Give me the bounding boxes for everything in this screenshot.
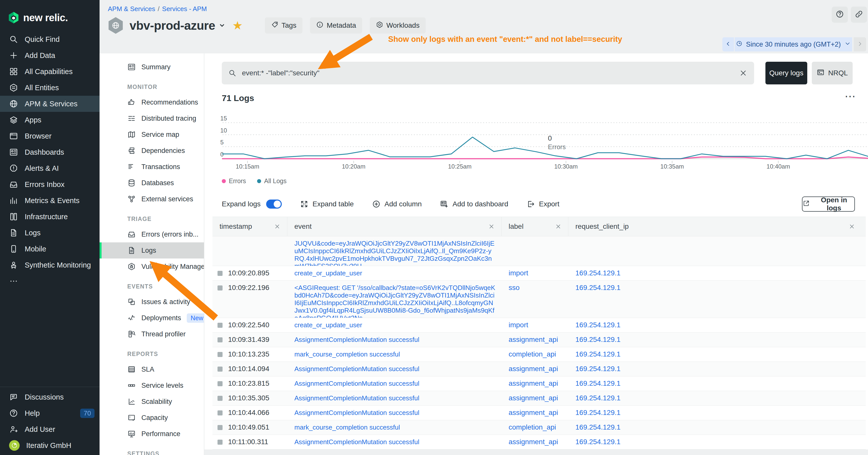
column-header-event[interactable]: event: [287, 217, 501, 236]
subnav-item-scalability[interactable]: Scalability: [99, 393, 204, 410]
event-link[interactable]: AssignmentCompletionMutation successful: [294, 438, 420, 446]
label-link[interactable]: assignment_api: [508, 438, 558, 446]
ip-link[interactable]: 169.254.129.1: [576, 423, 620, 431]
ip-link[interactable]: 169.254.129.1: [576, 321, 620, 329]
event-link[interactable]: AssignmentCompletionMutation successful: [294, 394, 420, 402]
label-link[interactable]: import: [508, 321, 528, 329]
row-expand-marker[interactable]: [217, 337, 222, 343]
sidebar-item-iterativ-gmbh[interactable]: Iterativ GmbH: [0, 437, 99, 454]
row-expand-marker[interactable]: [217, 323, 222, 328]
remove-column-icon[interactable]: [848, 223, 855, 230]
permalink-button[interactable]: [851, 6, 867, 23]
row-expand-marker[interactable]: [217, 271, 222, 276]
sidebar-item-help[interactable]: Help70: [0, 405, 99, 421]
tags-button[interactable]: Tags: [265, 18, 303, 33]
table-row[interactable]: 10:09:31.439AssignmentCompletionMutation…: [213, 332, 866, 347]
subnav-item-errors-errors-inb[interactable]: Errors (errors inb...New: [99, 226, 204, 242]
sidebar-item-add-user[interactable]: Add User: [0, 421, 99, 437]
sidebar-item-logs[interactable]: Logs: [0, 225, 99, 241]
event-link[interactable]: create_or_update_user: [294, 321, 362, 329]
label-link[interactable]: completion_api: [508, 423, 556, 431]
table-row[interactable]: 10:10:23.815AssignmentCompletionMutation…: [213, 377, 866, 391]
expand-table-button[interactable]: Expand table: [300, 200, 353, 208]
expand-logs-toggle[interactable]: [266, 199, 282, 208]
subnav-item-transactions[interactable]: Transactions: [99, 159, 204, 175]
help-button[interactable]: [832, 6, 848, 23]
sidebar-item-apm-services[interactable]: APM & Services: [0, 96, 99, 112]
log-query-input[interactable]: event:* -"label":"security": [222, 62, 754, 85]
label-link[interactable]: assignment_api: [508, 335, 558, 344]
event-link[interactable]: create_or_update_user: [294, 269, 362, 277]
legend-all-logs[interactable]: All Logs: [257, 177, 286, 185]
label-link[interactable]: completion_api: [508, 350, 556, 358]
row-expand-marker[interactable]: [217, 352, 222, 357]
subnav-item-recommendations[interactable]: Recommendations: [99, 94, 204, 110]
sidebar-item-browser[interactable]: Browser: [0, 128, 99, 144]
ip-link[interactable]: 169.254.129.1: [576, 394, 620, 402]
open-in-logs-button[interactable]: Open in logs: [802, 196, 855, 212]
subnav-item-external-services[interactable]: External services: [99, 191, 204, 207]
subnav-item-distributed-tracing[interactable]: Distributed tracing: [99, 110, 204, 127]
table-row[interactable]: 10:10:44.066AssignmentCompletionMutation…: [213, 405, 866, 420]
sidebar-item-alerts-ai[interactable]: Alerts & AI: [0, 160, 99, 176]
event-link[interactable]: AssignmentCompletionMutation successful: [294, 380, 420, 387]
row-expand-marker[interactable]: [217, 286, 222, 291]
event-link[interactable]: mark_course_completion successful: [294, 423, 400, 431]
sidebar-item-discussions[interactable]: Discussions: [0, 389, 99, 405]
workloads-button[interactable]: Workloads: [370, 18, 426, 33]
ip-link[interactable]: 169.254.129.1: [576, 350, 620, 358]
event-link[interactable]: AssignmentCompletionMutation successful: [294, 336, 420, 344]
sidebar-item-quick-find[interactable]: Quick Find: [0, 31, 99, 47]
sidebar-item-more[interactable]: [0, 273, 99, 289]
sidebar-item-synthetic-monitoring[interactable]: Synthetic Monitoring: [0, 257, 99, 273]
column-header-request_client_ip[interactable]: request_client_ip: [568, 217, 866, 236]
table-row[interactable]: 10:10:35.305AssignmentCompletionMutation…: [213, 391, 866, 405]
subnav-item-performance[interactable]: Performance: [99, 426, 204, 442]
table-row[interactable]: 10:11:00.311AssignmentCompletionMutation…: [213, 435, 866, 450]
time-back-button[interactable]: [722, 37, 734, 52]
nrql-button[interactable]: NRQL: [812, 62, 852, 85]
ip-link[interactable]: 169.254.129.1: [576, 438, 620, 446]
subnav-item-deployments[interactable]: DeploymentsNew: [99, 310, 204, 326]
clear-query-icon[interactable]: [739, 69, 747, 77]
event-link[interactable]: AssignmentCompletionMutation successful: [294, 409, 420, 417]
breadcrumb-apm-services[interactable]: APM & Services: [108, 5, 155, 12]
sidebar-item-metrics-events[interactable]: Metrics & Events: [0, 193, 99, 208]
ip-link[interactable]: 169.254.129.1: [576, 365, 620, 372]
remove-column-icon[interactable]: [488, 223, 495, 230]
sidebar-item-errors-inbox[interactable]: Errors Inbox: [0, 176, 99, 193]
logs-timeline-chart[interactable]: 15105010:15am10:20am10:25am10:30am10:35a…: [217, 115, 868, 177]
table-row[interactable]: JUQVU&code=eyJraWQiOiJjcGltY29yZV8wOTI1M…: [213, 236, 866, 266]
query-logs-button[interactable]: Query logs: [766, 62, 807, 85]
subnav-item-thread-profiler[interactable]: Thread profiler: [99, 326, 204, 342]
event-link[interactable]: AssignmentCompletionMutation successful: [294, 365, 420, 372]
row-expand-marker[interactable]: [217, 425, 222, 430]
label-link[interactable]: assignment_api: [508, 380, 558, 387]
column-header-timestamp[interactable]: timestamp: [213, 217, 287, 236]
row-expand-marker[interactable]: [217, 396, 222, 401]
sidebar-item-all-entities[interactable]: All Entities: [0, 79, 99, 96]
column-header-label[interactable]: label: [501, 217, 568, 236]
ip-link[interactable]: 169.254.129.1: [576, 335, 620, 344]
subnav-item-databases[interactable]: Databases: [99, 175, 204, 191]
subnav-item-service-levels[interactable]: Service levels: [99, 378, 204, 393]
favorite-star-icon[interactable]: ★: [232, 20, 243, 31]
subnav-item-sla[interactable]: SLA: [99, 361, 204, 378]
row-expand-marker[interactable]: [217, 366, 222, 371]
time-range-button[interactable]: Since 30 minutes ago (GMT+2): [735, 37, 852, 52]
breadcrumb-services-apm[interactable]: Services - APM: [162, 5, 207, 12]
ip-link[interactable]: 169.254.129.1: [576, 269, 620, 277]
legend-errors[interactable]: Errors: [222, 177, 246, 185]
metadata-button[interactable]: Metadata: [310, 18, 362, 33]
table-row[interactable]: 10:10:49.051mark_course_completion succe…: [213, 420, 866, 435]
table-row[interactable]: 10:09:22.196<ASGIRequest: GET '/sso/call…: [213, 281, 866, 318]
table-row[interactable]: 10:10:14.094AssignmentCompletionMutation…: [213, 362, 866, 377]
remove-column-icon[interactable]: [555, 223, 561, 230]
add-to-dashboard-button[interactable]: Add to dashboard: [440, 200, 508, 208]
table-row[interactable]: 10:09:20.895create_or_update_userimport1…: [213, 266, 866, 281]
table-row[interactable]: 10:10:13.235mark_course_completion succe…: [213, 347, 866, 362]
sidebar-item-all-capabilities[interactable]: All Capabilities: [0, 64, 99, 79]
label-link[interactable]: sso: [508, 284, 520, 292]
event-link[interactable]: JUQVU&code=eyJraWQiOiJjcGltY29yZV8wOTI1M…: [294, 239, 495, 266]
ip-link[interactable]: 169.254.129.1: [576, 284, 620, 292]
